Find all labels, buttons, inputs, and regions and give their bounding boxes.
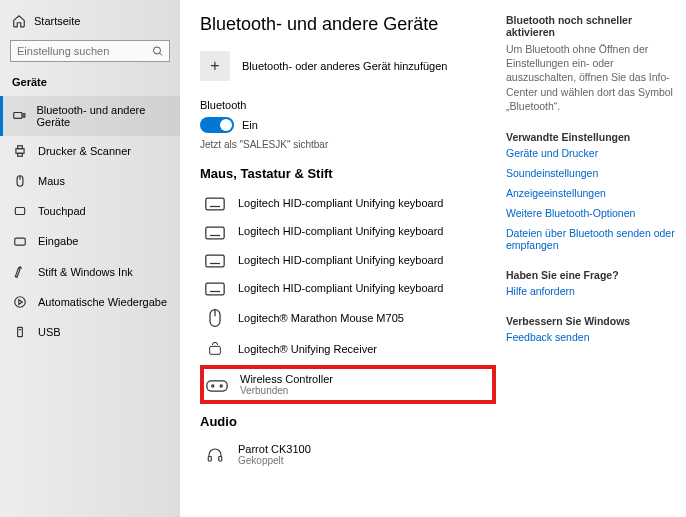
sidebar-item-6[interactable]: Automatische Wiedergabe xyxy=(0,287,180,317)
help-title: Haben Sie eine Frage? xyxy=(506,269,676,281)
nav-label: Drucker & Scanner xyxy=(38,145,131,157)
nav-icon xyxy=(12,204,28,218)
svg-rect-24 xyxy=(206,227,224,239)
bluetooth-heading: Bluetooth xyxy=(200,99,496,111)
sidebar-item-5[interactable]: Stift & Windows Ink xyxy=(0,256,180,286)
device-item[interactable]: Logitech HID-compliant Unifying keyboard xyxy=(200,246,496,274)
device-name: Wireless Controller xyxy=(240,373,333,385)
nav-icon xyxy=(12,174,28,188)
device-name: Parrot CK3100 xyxy=(238,443,311,455)
nav-icon xyxy=(12,109,26,123)
nav-label: Stift & Windows Ink xyxy=(38,266,133,278)
keyboard-icon xyxy=(204,195,226,211)
related-link[interactable]: Weitere Bluetooth-Optionen xyxy=(506,207,676,219)
tip-title: Bluetooth noch schneller aktivieren xyxy=(506,14,676,38)
related-title: Verwandte Einstellungen xyxy=(506,131,676,143)
related-link[interactable]: Dateien über Bluetooth senden oder empfa… xyxy=(506,227,676,251)
help-link[interactable]: Hilfe anfordern xyxy=(506,285,676,297)
add-device-label: Bluetooth- oder anderes Gerät hinzufügen xyxy=(242,60,447,72)
tip-body: Um Bluetooth ohne Öffnen der Einstellung… xyxy=(506,42,676,113)
home-link[interactable]: Startseite xyxy=(0,8,180,34)
nav-label: Eingabe xyxy=(38,235,78,247)
nav-label: Maus xyxy=(38,175,65,187)
svg-rect-5 xyxy=(18,146,23,149)
svg-point-46 xyxy=(220,385,222,387)
svg-rect-2 xyxy=(14,113,22,119)
svg-point-45 xyxy=(212,385,214,387)
device-item[interactable]: Logitech HID-compliant Unifying keyboard xyxy=(200,274,496,302)
related-link[interactable]: Anzeigeeinstellungen xyxy=(506,187,676,199)
headset-icon xyxy=(204,446,226,464)
svg-rect-6 xyxy=(18,154,23,157)
device-status: Verbunden xyxy=(240,385,333,396)
device-name: Logitech HID-compliant Unifying keyboard xyxy=(238,225,443,237)
sidebar-item-7[interactable]: USB xyxy=(0,317,180,347)
improve-title: Verbessern Sie Windows xyxy=(506,315,676,327)
group-heading-input: Maus, Tastatur & Stift xyxy=(200,166,496,181)
search-input[interactable] xyxy=(10,40,170,62)
feedback-link[interactable]: Feedback senden xyxy=(506,331,676,343)
nav-label: Bluetooth- und andere Geräte xyxy=(36,104,168,128)
related-link[interactable]: Geräte und Drucker xyxy=(506,147,676,159)
gamepad-icon xyxy=(206,377,228,393)
home-label: Startseite xyxy=(34,15,80,27)
svg-marker-15 xyxy=(19,299,22,304)
svg-rect-36 xyxy=(206,283,224,295)
device-item[interactable]: Logitech HID-compliant Unifying keyboard xyxy=(200,217,496,245)
bluetooth-toggle[interactable] xyxy=(200,117,234,133)
svg-rect-47 xyxy=(208,457,211,462)
add-device-button[interactable]: + Bluetooth- oder anderes Gerät hinzufüg… xyxy=(200,51,496,81)
nav-icon xyxy=(12,234,28,248)
page-title: Bluetooth- und andere Geräte xyxy=(200,14,496,35)
group-heading-audio: Audio xyxy=(200,414,496,429)
svg-rect-10 xyxy=(15,239,26,246)
nav-label: USB xyxy=(38,326,61,338)
device-item[interactable]: Parrot CK3100Gekoppelt xyxy=(200,437,496,472)
device-item[interactable]: Logitech® Unifying Receiver xyxy=(200,334,496,363)
svg-rect-30 xyxy=(206,255,224,267)
bluetooth-state: Ein xyxy=(242,119,258,131)
sidebar-item-3[interactable]: Touchpad xyxy=(0,196,180,226)
svg-rect-3 xyxy=(23,114,25,118)
sidebar: Startseite Geräte Bluetooth- und andere … xyxy=(0,0,180,517)
device-status: Gekoppelt xyxy=(238,455,311,466)
sidebar-item-2[interactable]: Maus xyxy=(0,166,180,196)
svg-rect-18 xyxy=(206,198,224,210)
device-item[interactable]: Logitech® Marathon Mouse M705 xyxy=(200,302,496,334)
mouse-icon xyxy=(204,308,226,328)
plus-icon: + xyxy=(200,51,230,81)
device-item[interactable]: Logitech HID-compliant Unifying keyboard xyxy=(200,189,496,217)
device-name: Logitech HID-compliant Unifying keyboard xyxy=(238,254,443,266)
keyboard-icon xyxy=(204,252,226,268)
receiver-icon xyxy=(204,340,226,357)
svg-rect-48 xyxy=(219,457,222,462)
related-link[interactable]: Soundeinstellungen xyxy=(506,167,676,179)
device-name: Logitech HID-compliant Unifying keyboard xyxy=(238,197,443,209)
nav-icon xyxy=(12,264,28,278)
svg-rect-4 xyxy=(16,149,24,154)
keyboard-icon xyxy=(204,223,226,239)
nav-icon xyxy=(12,144,28,158)
svg-point-14 xyxy=(15,296,26,307)
svg-rect-16 xyxy=(18,327,23,336)
discoverable-text: Jetzt als "SALESJK" sichtbar xyxy=(200,139,496,150)
sidebar-item-1[interactable]: Drucker & Scanner xyxy=(0,136,180,166)
home-icon xyxy=(12,14,26,28)
device-item[interactable]: Wireless ControllerVerbunden xyxy=(200,365,496,404)
sidebar-item-0[interactable]: Bluetooth- und andere Geräte xyxy=(0,96,180,136)
device-name: Logitech® Marathon Mouse M705 xyxy=(238,312,404,324)
keyboard-icon xyxy=(204,280,226,296)
device-name: Logitech® Unifying Receiver xyxy=(238,343,377,355)
nav-label: Automatische Wiedergabe xyxy=(38,296,167,308)
svg-rect-44 xyxy=(210,347,221,355)
sidebar-item-4[interactable]: Eingabe xyxy=(0,226,180,256)
nav-icon xyxy=(12,325,28,339)
nav-label: Touchpad xyxy=(38,205,86,217)
right-panel: Bluetooth noch schneller aktivieren Um B… xyxy=(506,14,676,503)
svg-rect-9 xyxy=(15,208,24,215)
content: Bluetooth- und andere Geräte + Bluetooth… xyxy=(200,14,506,503)
section-heading: Geräte xyxy=(0,72,180,96)
nav-icon xyxy=(12,295,28,309)
device-name: Logitech HID-compliant Unifying keyboard xyxy=(238,282,443,294)
